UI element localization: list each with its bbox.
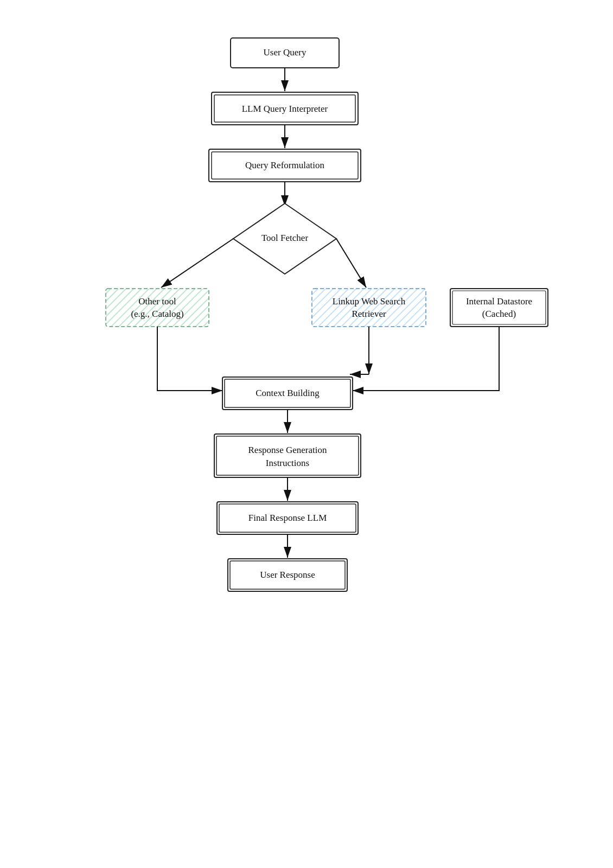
response-gen-line1: Response Generation [248, 445, 327, 455]
internal-datastore-line2: (Cached) [482, 309, 516, 319]
user-query-label: User Query [264, 47, 306, 58]
query-reformulation-label: Query Reformulation [245, 160, 324, 170]
response-gen-line2: Instructions [266, 458, 309, 468]
internal-datastore-line1: Internal Datastore [466, 296, 532, 307]
linkup-line1: Linkup Web Search [333, 296, 406, 307]
context-building-label: Context Building [256, 388, 320, 398]
final-response-label: Final Response LLM [248, 513, 327, 523]
svg-line-7 [336, 239, 366, 288]
response-gen-inner [216, 436, 359, 475]
other-tool-line2: (e.g., Catalog) [131, 309, 183, 319]
other-tool-line1: Other tool [138, 296, 176, 307]
tool-fetcher-label: Tool Fetcher [261, 233, 308, 243]
other-tool-bg [106, 289, 209, 327]
linkup-bg [312, 289, 426, 327]
diagram-container: User Query LLM Query Interpreter Query R… [62, 22, 551, 848]
user-response-label: User Response [260, 570, 315, 580]
linkup-line2: Retriever [352, 309, 386, 319]
svg-line-6 [161, 239, 233, 288]
llm-interpreter-label: LLM Query Interpreter [242, 104, 328, 114]
